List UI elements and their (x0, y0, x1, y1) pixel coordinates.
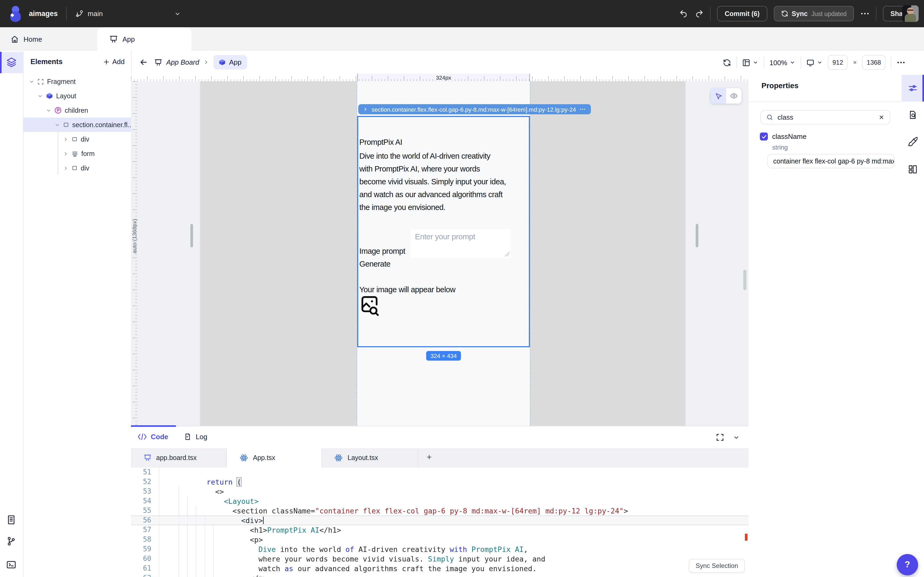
notes-file-icon[interactable] (6, 515, 16, 525)
panels-icon[interactable] (908, 164, 918, 174)
code-line-61[interactable]: 61watch as our advanced algorithms craft… (131, 564, 749, 573)
code-line-58[interactable]: 58<p> (131, 535, 749, 545)
toolbar-divider (764, 56, 764, 68)
chevron-right-icon[interactable] (63, 151, 68, 156)
chevron-down-icon[interactable] (37, 93, 43, 98)
cursor-mode-segment[interactable] (711, 88, 726, 104)
branch-chevron-down-icon[interactable] (174, 11, 181, 17)
code-line-52[interactable]: 52return ( (131, 477, 749, 487)
fullscreen-icon[interactable] (716, 433, 724, 441)
help-button[interactable]: ? (897, 554, 918, 575)
add-element-button[interactable]: Add (103, 58, 124, 66)
tree-item-layout[interactable]: Layout (23, 89, 145, 103)
monitor-icon (807, 58, 815, 66)
tree-item-fragment[interactable]: Fragment (23, 74, 137, 89)
interact-preview-toggle[interactable] (711, 88, 741, 104)
redo-icon[interactable] (695, 9, 704, 18)
classname-checkbox[interactable] (760, 132, 768, 140)
rail-layers-active-tile[interactable] (0, 52, 23, 73)
code-line-57[interactable]: 57<h1>PromptPix AI</h1> (131, 525, 749, 535)
chevron-down-icon[interactable] (46, 108, 51, 113)
avatar-shoulders (905, 14, 916, 22)
chevron-down-icon[interactable] (29, 79, 34, 84)
code-line-60[interactable]: 60where your words become vivid visuals.… (131, 554, 749, 564)
right-tool-rail (901, 74, 924, 577)
textarea-resize-handle[interactable] (505, 251, 510, 256)
prompt-textarea[interactable]: Enter your prompt (411, 229, 510, 258)
code-line-53[interactable]: 53<> (131, 487, 749, 496)
preview-heading: PromptPix AI (359, 136, 402, 148)
eye-icon (730, 92, 738, 100)
rail-properties-active-tile[interactable] (901, 75, 924, 102)
breadcrumb-board[interactable]: App Board (166, 58, 199, 66)
breadcrumb: App Board App (155, 55, 247, 69)
frame-resize-handle-right[interactable] (696, 224, 698, 247)
tab-home[interactable]: Home (11, 27, 42, 51)
topbar-divider (66, 7, 67, 21)
file-tab-app-tsx[interactable]: App.tsx (227, 448, 321, 467)
file-search-icon[interactable] (908, 110, 918, 120)
back-arrow-icon[interactable] (139, 58, 148, 67)
zoom-level: 100% (769, 58, 787, 66)
chip-more-icon[interactable]: ⋯ (580, 106, 586, 113)
code-line-55[interactable]: 55<section className="container flex fle… (131, 506, 749, 516)
tab-app[interactable]: App (97, 27, 191, 51)
code-editor[interactable]: 5152return (53<>54<Layout>55<section cla… (131, 467, 749, 577)
eye-mode-segment[interactable] (726, 88, 741, 104)
fragment-icon (37, 78, 44, 85)
collapse-panel-chevron-icon[interactable] (733, 434, 740, 441)
refresh-icon[interactable] (723, 58, 731, 66)
chevron-right-icon[interactable] (63, 165, 68, 171)
selected-element-chip[interactable]: section.container.flex.flex-col.gap-6.py… (358, 104, 591, 114)
canvas-scrollbar[interactable] (743, 270, 746, 290)
sync-selection-button[interactable]: Sync Selection (689, 559, 745, 573)
git-branch-rail-icon[interactable] (6, 537, 16, 546)
preview-paragraph: Dive into the world of AI-driven creativ… (359, 150, 506, 214)
breadcrumb-app-pill[interactable]: App (213, 55, 247, 69)
undo-icon[interactable] (679, 9, 688, 18)
board-easel-icon (110, 35, 118, 43)
code-line-62[interactable]: 62</p> (131, 573, 749, 577)
terminal-icon[interactable] (6, 560, 16, 569)
chevron-down-icon (790, 60, 795, 65)
brush-icon[interactable] (908, 137, 918, 147)
code-line-59[interactable]: 59Dive into the world of AI-driven creat… (131, 545, 749, 554)
viewport-height-input[interactable]: 1368 (862, 55, 886, 70)
tab-log[interactable]: Log (184, 433, 207, 441)
sync-button[interactable]: Sync Just updated (774, 6, 854, 21)
code-panel: Code Log app.board.tsx App.tsx Layout.ts… (131, 426, 749, 577)
layout-grid-dropdown[interactable] (742, 58, 758, 66)
cube-icon (219, 59, 226, 66)
code-line-54[interactable]: 54<Layout> (131, 496, 749, 506)
file-tab-app-board[interactable]: app.board.tsx (131, 448, 227, 467)
image-search-icon (359, 295, 380, 316)
frame-resize-handle-left[interactable] (191, 224, 193, 247)
new-file-tab-button[interactable]: + (427, 453, 432, 462)
chevron-right-icon[interactable] (63, 137, 68, 142)
classname-value-input[interactable]: container flex flex-col gap-6 py-8 md:ma… (767, 154, 895, 168)
tab-app-label: App (123, 35, 135, 43)
canvas-more-icon[interactable] (897, 58, 906, 67)
chevron-down-icon[interactable] (55, 122, 60, 127)
user-avatar[interactable] (902, 5, 919, 22)
clear-search-icon[interactable] (879, 114, 884, 120)
branch-selector[interactable]: main (75, 10, 103, 18)
tab-log-label: Log (196, 433, 207, 441)
element-square-icon (63, 122, 69, 128)
commit-button[interactable]: Commit (6) (717, 6, 767, 21)
file-tab-layout-tsx[interactable]: Layout.tsx (321, 448, 418, 467)
code-line-56[interactable]: 56<div> (131, 516, 749, 525)
generate-button-text[interactable]: Generate (359, 258, 390, 270)
device-dropdown[interactable] (807, 58, 823, 66)
app-logo-icon[interactable] (8, 5, 24, 22)
tab-code[interactable]: Code (138, 433, 168, 441)
zoom-dropdown[interactable]: 100% (769, 58, 795, 66)
code-line-51[interactable]: 51 (131, 467, 749, 477)
toolbar-divider (736, 56, 737, 68)
indent-guide (196, 506, 196, 577)
layout-grid-icon (742, 58, 750, 66)
properties-search-input[interactable]: class (760, 110, 890, 124)
viewport-width-input[interactable]: 912 (828, 55, 848, 70)
more-menu-icon[interactable] (861, 9, 870, 18)
design-canvas[interactable]: 324px auto (1368px) section.container.fl… (131, 74, 749, 426)
